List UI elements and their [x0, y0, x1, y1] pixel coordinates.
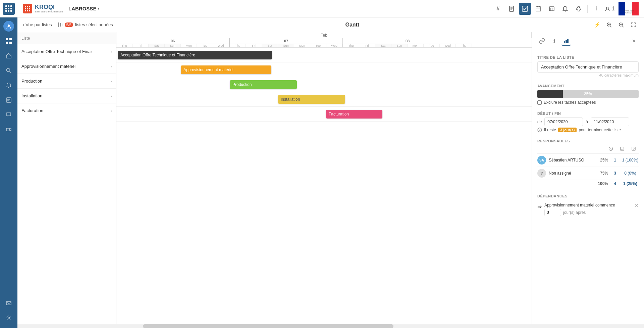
list-item-chevron-icon: › — [111, 109, 112, 113]
back-to-lists-btn[interactable]: ‹ Vue par listes — [23, 22, 52, 27]
topbar: KROQI Bâtir avec le numérique LABROSSE ▾… — [17, 0, 644, 17]
gantt-day-cell: Thu — [456, 44, 472, 47]
gantt-bar-approvisionnement[interactable]: Approvisionnement matériel — [181, 65, 271, 74]
gantt-chart[interactable]: Feb 06 Thu Fri Sat Sun — [116, 32, 532, 324]
gantt-day-cell: Wed — [440, 44, 456, 47]
list-item[interactable]: Facturation › — [17, 103, 116, 118]
date-end-input[interactable] — [591, 118, 629, 126]
sidebar-item-apps[interactable] — [0, 34, 17, 48]
svg-rect-31 — [632, 2, 639, 15]
svg-rect-35 — [60, 23, 61, 27]
svg-point-0 — [8, 25, 10, 27]
gantt-bar-label: Installation — [281, 97, 300, 102]
gantt-row: Installation — [116, 92, 532, 107]
user-count: 1 — [612, 6, 615, 12]
sidebar-logo — [0, 0, 17, 17]
dep-arrow-icon: ⇒ — [537, 203, 542, 210]
dependances-section-label: DÉPENDANCES — [537, 194, 639, 198]
days-remaining: Il reste 3 jour(s) pour terminer cette l… — [537, 128, 639, 132]
gantt-day-cell: Tue — [197, 44, 213, 47]
list-item[interactable]: Installation › — [17, 89, 116, 103]
days-badge: 3 jour(s) — [558, 128, 577, 132]
list-item[interactable]: Approvisionnement matériel › — [17, 59, 116, 74]
dep-remove-btn[interactable]: ✕ — [635, 203, 639, 208]
list-item-label: Installation — [21, 93, 42, 98]
topbar-calendar-btn[interactable] — [532, 3, 544, 15]
list-item[interactable]: Acceptation Offre Technique et Finar › — [17, 44, 116, 59]
topbar-icons: # — [492, 3, 616, 15]
sidebar-item-chat[interactable] — [0, 107, 17, 122]
list-item-label: Facturation — [21, 108, 43, 113]
topbar-puzzle-btn[interactable] — [573, 3, 585, 15]
gantt-body: Acceptation Offre Technique et Financièr… — [116, 48, 532, 122]
fullscreen-btn[interactable] — [628, 19, 639, 30]
svg-rect-4 — [9, 42, 12, 44]
resp-detail: 0 (0%) — [622, 171, 639, 176]
gantt-day-cell: Wed — [326, 44, 342, 47]
rp-close-btn[interactable]: ✕ — [629, 36, 639, 46]
svg-line-6 — [10, 72, 11, 73]
gantt-day-cell: Tue — [310, 44, 326, 47]
responsables-section: RESPONSABLES — [537, 139, 639, 187]
lists-selected-btn[interactable]: 5/5 listes sélectionnées — [57, 22, 113, 28]
svg-line-42 — [622, 26, 624, 27]
sidebar-item-video[interactable] — [0, 122, 17, 137]
svg-rect-12 — [6, 301, 11, 305]
zoom-in-btn[interactable] — [604, 19, 614, 30]
topbar-info-btn[interactable]: i — [590, 3, 602, 15]
back-label: Vue par listes — [25, 22, 52, 27]
zoom-out-btn[interactable] — [616, 19, 627, 30]
right-panel-header: ℹ ✕ — [532, 32, 644, 50]
svg-point-5 — [7, 68, 10, 72]
zoom-flash-btn[interactable]: ⚡ — [592, 19, 602, 30]
brand-name: KROQI — [35, 4, 63, 10]
gantt-day-cell: Wed — [213, 44, 229, 47]
topbar-doc-btn[interactable] — [505, 3, 518, 15]
list-item[interactable]: Production › — [17, 74, 116, 89]
svg-rect-23 — [549, 7, 554, 11]
sidebar-item-dashboard[interactable] — [0, 48, 17, 63]
resp-num: 3 — [611, 171, 619, 176]
sidebar-item-search[interactable] — [0, 63, 17, 78]
date-start-input[interactable] — [544, 118, 583, 126]
list-item-label: Approvisionnement matériel — [21, 64, 75, 69]
sidebar-item-home[interactable] — [0, 19, 17, 34]
rp-link-btn[interactable] — [537, 36, 547, 46]
topbar-bell-btn[interactable] — [559, 3, 571, 15]
rp-chart-btn[interactable] — [561, 36, 571, 46]
avancement-section-label: AVANCEMENT — [537, 84, 639, 88]
dep-days-input[interactable] — [544, 209, 561, 216]
sidebar-item-settings[interactable] — [0, 311, 17, 325]
gantt-bar-installation[interactable]: Installation — [278, 95, 345, 104]
progress-label: 25% — [584, 92, 592, 96]
content-area: ‹ Vue par listes 5/5 listes sélectionnée… — [17, 17, 644, 328]
exclude-accepted-checkbox[interactable] — [537, 100, 542, 105]
gantt-row: Production — [116, 77, 532, 92]
sidebar-item-contacts[interactable] — [0, 93, 17, 107]
gantt-bar-production[interactable]: Production — [230, 80, 297, 89]
topbar-user-btn[interactable]: 1 — [604, 3, 616, 15]
topbar-hash-btn[interactable]: # — [492, 3, 504, 15]
titre-input[interactable] — [537, 61, 639, 73]
debut-fin-section-label: DÉBUT / FIN — [537, 111, 639, 115]
svg-rect-18 — [522, 6, 528, 11]
topbar-check-btn[interactable] — [519, 3, 531, 15]
project-selector[interactable]: LABROSSE ▾ — [68, 6, 100, 11]
gantt-bar-facturation[interactable]: Facturation — [326, 110, 382, 119]
gantt-bar-label: Production — [232, 82, 252, 87]
resp-row: ? Non assigné 75% 3 0 (0%) — [537, 167, 639, 180]
gantt-scrollbar[interactable] — [17, 324, 644, 328]
svg-point-27 — [565, 11, 566, 11]
sidebar-item-notifications[interactable] — [0, 78, 17, 93]
gantt-day-cell: Fri — [246, 44, 262, 47]
resp-detail: 1 (100%) — [622, 158, 639, 162]
svg-rect-34 — [58, 22, 59, 27]
main-area: KROQI Bâtir avec le numérique LABROSSE ▾… — [17, 0, 644, 328]
sidebar-item-mail[interactable] — [0, 296, 17, 311]
resp-total-pct: 100% — [596, 181, 608, 186]
gantt-bar-acceptation[interactable]: Acceptation Offre Technique et Financièr… — [118, 51, 272, 59]
rp-info-btn[interactable]: ℹ — [549, 36, 559, 46]
gantt-day-cell: Sun — [165, 44, 181, 47]
topbar-budget-btn[interactable] — [546, 3, 558, 15]
debut-fin-section: DÉBUT / FIN de à — [537, 111, 639, 132]
